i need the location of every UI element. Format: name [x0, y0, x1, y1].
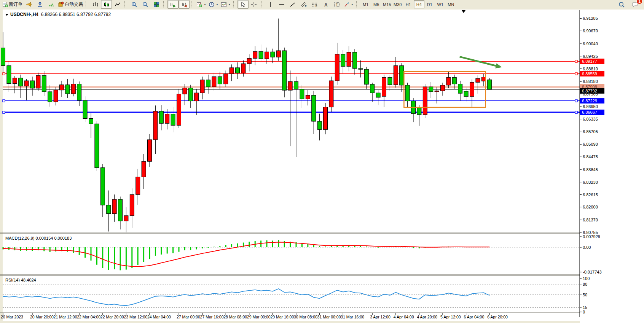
candle-bull [54, 90, 58, 102]
chat-button[interactable]: 1 [629, 0, 640, 9]
timeframe-d1-button[interactable]: D1 [424, 0, 435, 8]
line-handle[interactable] [3, 100, 5, 102]
candle-bull [224, 74, 228, 84]
candle-bull [324, 107, 328, 130]
indicators-icon [196, 2, 202, 8]
line-handle[interactable] [575, 111, 577, 113]
candle-bull [177, 94, 181, 125]
timeframe-m30-button[interactable]: M30 [392, 0, 403, 8]
cursor-button[interactable] [238, 0, 249, 9]
templates-button[interactable]: ▼ [220, 0, 232, 9]
candle-bear [83, 100, 87, 119]
periods-button[interactable]: ▼ [207, 0, 220, 9]
candle-bear [353, 52, 357, 68]
chart-shift-button[interactable] [179, 0, 190, 9]
rsi-indicator-label: RSI(14) 48.4024 [5, 278, 36, 282]
autotrade-icon [58, 2, 64, 8]
channel-button[interactable]: E [298, 0, 309, 9]
candle-bull [124, 216, 128, 221]
vertical-line-button[interactable] [265, 0, 276, 9]
tile-windows-button[interactable] [151, 0, 162, 9]
axis-tick-label: 6.85090 [583, 142, 598, 146]
arrows-button[interactable]: ▼ [343, 0, 355, 9]
candle-bear [417, 108, 421, 115]
candle-bear [458, 84, 462, 94]
timeframe-mn-button[interactable]: MN [446, 0, 456, 8]
line-handle[interactable] [575, 73, 577, 75]
line-handle[interactable] [3, 111, 5, 113]
toolbar-separator [124, 1, 128, 8]
axis-tick-label: 80 [583, 282, 587, 286]
axis-tick-label: 6.83230 [583, 180, 598, 185]
autotrade-button[interactable]: 自动交易 [57, 0, 84, 9]
line-handle[interactable] [575, 100, 577, 102]
candle-bull [253, 51, 257, 58]
timeframe-m1-button[interactable]: M1 [360, 0, 371, 8]
candle-bull [13, 78, 17, 83]
axis-tick-label: 6.84475 [583, 154, 598, 159]
timeframe-m15-button[interactable]: M15 [382, 0, 392, 8]
profile-button[interactable] [35, 0, 46, 9]
toolbar-separator [86, 1, 89, 8]
axis-tick-label: 6.82615 [583, 193, 598, 197]
fibonacci-button[interactable]: F [309, 0, 320, 9]
fibo-icon: F [312, 2, 318, 8]
text-label-button[interactable]: T [332, 0, 343, 9]
candle-bear [206, 80, 210, 87]
price-badge-label: 6.87792 [582, 89, 597, 93]
timeframe-w1-button[interactable]: W1 [435, 0, 446, 8]
axis-tick-label: 6.91285 [583, 16, 598, 21]
trendline-button[interactable] [287, 0, 298, 9]
chart-canvas: 6.912856.906706.900406.894256.888106.881… [0, 10, 644, 323]
toolbar-separator [233, 1, 236, 8]
time-tick-label: 20 Mar 20:00 [30, 315, 54, 319]
megaphone-button[interactable] [24, 0, 35, 9]
search-button[interactable] [616, 0, 627, 9]
candle-bull [382, 78, 386, 97]
candle-bear [405, 85, 410, 101]
horizontal-line-button[interactable] [276, 0, 287, 9]
axis-tick-label: 6.86335 [583, 117, 598, 121]
textlabel-icon: T [334, 2, 340, 8]
zoom-in-button[interactable] [129, 0, 140, 9]
candle-bear [359, 68, 363, 69]
chart-header: USDCNH-,H4 6.88266 6.88351 6.87792 6.877… [5, 12, 111, 17]
chevron-down-icon: ▼ [351, 3, 354, 6]
candle-bear [7, 66, 11, 84]
bar-chart-button[interactable] [90, 0, 101, 9]
window-bottom-frame [0, 321, 644, 323]
candle-bear [95, 124, 99, 167]
price-badge-label: 6.88559 [582, 72, 597, 76]
autoscroll-icon [170, 2, 176, 8]
chevron-down-icon: ▼ [216, 3, 218, 6]
quote-values: 6.88266 6.88351 6.87792 6.87792 [41, 12, 111, 17]
candle-bear [259, 51, 263, 59]
zoom-out-button[interactable] [140, 0, 151, 9]
crosshair-icon [251, 2, 257, 8]
candle-bear [341, 54, 345, 67]
new-order-button[interactable]: 新订单 [1, 0, 24, 9]
axis-tick-label: 6.83845 [583, 167, 598, 172]
line-chart-button[interactable] [112, 0, 123, 9]
indicators-button[interactable]: ▼ [195, 0, 207, 9]
axis-tick-label: -0.017743 [583, 270, 602, 274]
timeframe-m5-button[interactable]: M5 [371, 0, 382, 8]
crosshair-button[interactable] [249, 0, 260, 9]
candle-bull [136, 177, 140, 194]
search-icon [618, 2, 625, 8]
signals-button[interactable] [46, 0, 57, 9]
text-button[interactable]: A [320, 0, 332, 9]
collapse-triangle-icon[interactable] [5, 14, 8, 16]
price-badge-label: 6.89177 [582, 59, 597, 64]
candle-bull [230, 68, 234, 74]
time-tick-label: 6 Apr 04:00 [464, 315, 485, 319]
auto-scroll-button[interactable] [167, 0, 179, 9]
candle-bull [435, 91, 439, 92]
time-tick-label: 23 Mar 12:00 [124, 315, 147, 319]
timeframe-h4-button[interactable]: H4 [414, 0, 424, 8]
timeframe-h1-button[interactable]: H1 [403, 0, 414, 8]
candle-bear [282, 51, 287, 90]
line-handle[interactable] [575, 60, 577, 62]
linechart-icon [115, 2, 121, 8]
candlestick-chart-button[interactable] [101, 0, 112, 9]
